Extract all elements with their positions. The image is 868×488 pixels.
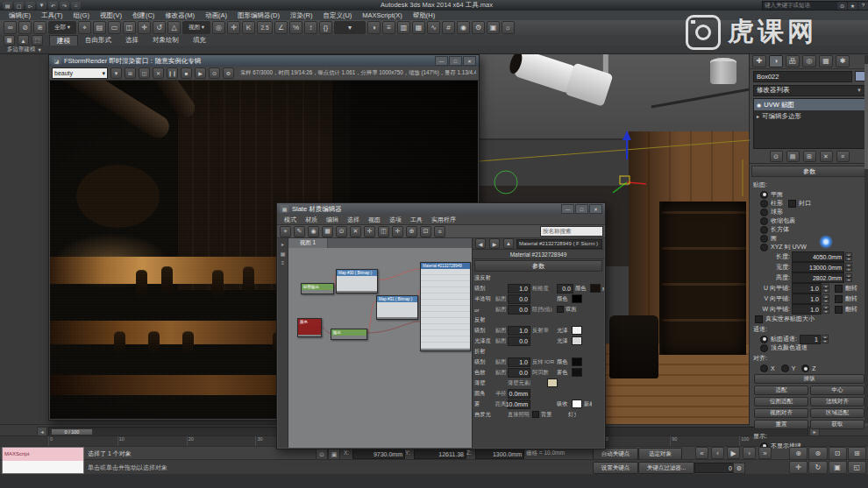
remove-modifier-icon[interactable]: ✕: [820, 151, 833, 162]
node-view[interactable]: 视图 1 贴图输出: [288, 238, 472, 448]
edit-named-selections-icon[interactable]: {}: [319, 21, 332, 34]
lock-view-icon[interactable]: ⊙: [209, 67, 220, 79]
infocenter-search[interactable]: 键入关键字或短语 ⊙★?: [762, 1, 868, 11]
go-to-start-icon[interactable]: «: [695, 447, 708, 459]
param-toggle-icon[interactable]: ≡: [281, 260, 285, 265]
new-scene-icon[interactable]: ▢: [14, 2, 24, 10]
zoom-icon[interactable]: ⊕: [789, 447, 808, 460]
window-crossing-icon[interactable]: ◫: [123, 21, 136, 34]
z-coordinate-field[interactable]: 1300.0mm: [475, 449, 524, 459]
radio-button[interactable]: [781, 364, 789, 372]
render-window-titlebar[interactable]: ◪ FStormRender 即时渲染窗口：随意实例化专辑 — □ ✕: [49, 55, 479, 67]
menu-item[interactable]: 材质: [301, 216, 322, 224]
assign-material-icon[interactable]: ◉: [308, 226, 319, 237]
menu-item[interactable]: 模式: [280, 216, 301, 224]
mapping-option[interactable]: 柱形 封口: [753, 199, 865, 208]
named-selection-combo[interactable]: ▾: [334, 21, 366, 34]
spinner-control[interactable]: ▴▾: [822, 305, 829, 314]
move-children-icon[interactable]: ✛: [364, 226, 375, 237]
key-filters-button[interactable]: 关键点过滤器...: [638, 462, 694, 474]
selection-set-dropdown[interactable]: 选定对象: [638, 448, 682, 460]
browser-toggle-icon[interactable]: ▸: [281, 241, 284, 247]
output-node[interactable]: 输出: [331, 329, 367, 340]
star-icon[interactable]: ★: [848, 2, 857, 10]
rectangular-selection-icon[interactable]: ▭: [108, 21, 121, 34]
real-world-row[interactable]: 真实世界贴图大小: [753, 315, 865, 323]
key-mode-toggle-icon[interactable]: ⚙: [733, 463, 745, 474]
flip-checkbox[interactable]: [835, 306, 843, 314]
app-menu-icon[interactable]: ▤: [3, 2, 12, 10]
pan-view-icon[interactable]: ✛: [392, 226, 403, 237]
render-production-icon[interactable]: ☼: [502, 21, 515, 34]
dimension-input[interactable]: 4050.0mm: [792, 251, 844, 262]
next-frame-icon[interactable]: ›: [743, 447, 756, 459]
keyboard-override-icon[interactable]: K: [242, 21, 255, 34]
param-value-field[interactable]: 0.0: [508, 305, 530, 315]
color-swatch[interactable]: [572, 357, 582, 366]
spinner-control[interactable]: ▴▾: [822, 284, 829, 293]
menu-item[interactable]: 工具(T): [36, 11, 68, 20]
set-key-button[interactable]: 设置关键点: [593, 462, 638, 474]
modifier-stack-item[interactable]: ◉ UVW 贴图: [754, 99, 864, 110]
tiling-input[interactable]: 1.0: [792, 304, 822, 315]
snap-toggle-icon[interactable]: 2.5: [257, 21, 273, 34]
radio-button[interactable]: [760, 364, 768, 372]
display-tab-icon[interactable]: ▦: [819, 55, 833, 67]
zoom-region-icon[interactable]: ⊞: [848, 447, 866, 460]
graphite-menu-icon[interactable]: ▦: [4, 35, 15, 46]
play-animation-icon[interactable]: ▶: [727, 447, 740, 459]
spinner-control[interactable]: ▴▾: [822, 335, 829, 343]
light-gizmo-circle[interactable]: [494, 171, 517, 194]
param-value-field[interactable]: 10.0mm: [508, 400, 530, 409]
reference-coordinate-combo[interactable]: 视图 ▾: [182, 21, 210, 34]
nav-forward-icon[interactable]: ▶: [489, 238, 500, 249]
menu-item[interactable]: 编辑: [322, 216, 343, 224]
menu-item[interactable]: 组(G): [68, 11, 95, 20]
color-swatch[interactable]: [572, 400, 582, 408]
ribbon-tab[interactable]: 填充: [186, 35, 213, 46]
color-swatch[interactable]: [572, 294, 582, 303]
zoom-extents-all-icon[interactable]: ◱: [848, 461, 866, 474]
param-checkbox[interactable]: [532, 411, 539, 418]
maximize-viewport-icon[interactable]: ▣: [829, 461, 847, 474]
angle-snap-icon[interactable]: ∠: [274, 21, 288, 34]
view-tab[interactable]: 视图 1: [288, 238, 328, 248]
radio-button[interactable]: [760, 226, 768, 234]
axis-radio[interactable]: X: [760, 364, 775, 372]
modifier-stack-item[interactable]: ▸ 可编辑多边形: [754, 110, 864, 122]
node-canvas[interactable]: 贴图输出 Map #30 ( Bitmap ) Map #31 ( Bitmap…: [288, 248, 472, 448]
color-swatch[interactable]: [590, 284, 601, 293]
ribbon-panel-label[interactable]: 多边形建模: [7, 46, 36, 53]
mapping-option[interactable]: 收缩包裹: [753, 216, 865, 225]
menu-item[interactable]: 视图(V): [95, 11, 127, 20]
time-slider-handle[interactable]: 0 / 100: [51, 428, 93, 435]
graphite-toggle-icon[interactable]: ▦: [412, 21, 425, 34]
hierarchy-tab-icon[interactable]: 品: [786, 55, 800, 67]
clone-window-icon[interactable]: ◫: [139, 67, 150, 79]
layer-manager-icon[interactable]: ▥: [397, 21, 410, 34]
radio-button[interactable]: [760, 344, 768, 352]
minimize-button[interactable]: —: [561, 204, 574, 214]
menu-item[interactable]: 帮助(H): [408, 11, 440, 20]
auto-key-button[interactable]: 自动关键点: [593, 448, 638, 460]
show-end-result-icon[interactable]: ⊙: [336, 226, 347, 237]
redo-icon[interactable]: ↷: [60, 2, 69, 10]
previous-frame-icon[interactable]: ‹: [711, 447, 724, 459]
fit-button[interactable]: 获取: [810, 420, 864, 429]
hide-unused-nodeslots-icon[interactable]: ◫: [378, 226, 389, 237]
select-and-rotate-icon[interactable]: ↺: [153, 21, 166, 34]
ribbon-tab[interactable]: 对象绘制: [146, 35, 186, 46]
radio-button[interactable]: [760, 191, 768, 199]
maximize-button[interactable]: □: [449, 56, 462, 66]
freeform-mode-icon[interactable]: ▲: [18, 35, 29, 46]
nav-back-icon[interactable]: ◀: [475, 238, 486, 249]
param-value-field[interactable]: 0.0: [508, 336, 530, 346]
object-name-field[interactable]: Box022: [753, 71, 852, 82]
modify-tab-icon[interactable]: ◑: [769, 55, 783, 67]
color-swatch[interactable]: [572, 368, 582, 377]
mirror-icon[interactable]: ◑: [367, 21, 381, 34]
slate-titlebar[interactable]: ▦ Slate 材质编辑器 — □ ✕: [277, 203, 605, 215]
close-button[interactable]: ✕: [463, 56, 476, 66]
spinner-control[interactable]: ▴▾: [822, 294, 829, 303]
flip-checkbox[interactable]: [835, 285, 843, 293]
